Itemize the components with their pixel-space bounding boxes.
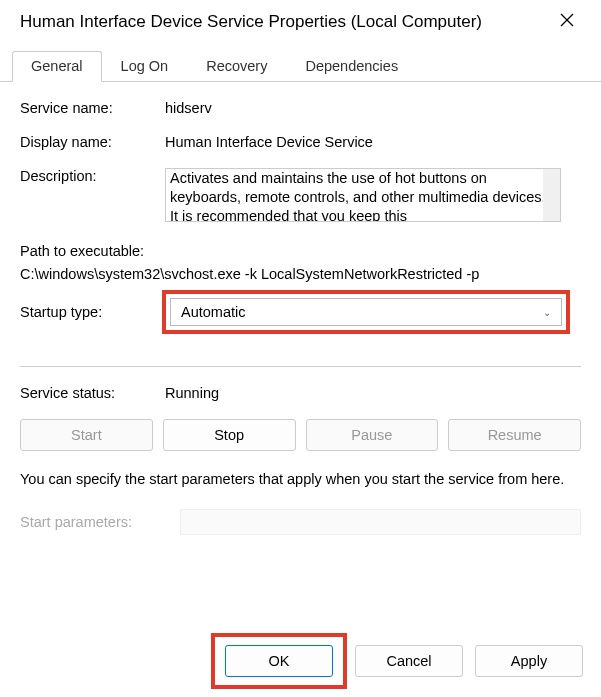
tab-dependencies[interactable]: Dependencies [286,51,417,82]
path-label: Path to executable: [20,240,581,263]
cancel-button[interactable]: Cancel [355,645,463,677]
description-label: Description: [20,168,165,222]
service-status-value: Running [165,385,581,401]
start-button: Start [20,419,153,451]
service-name-value: hidserv [165,100,581,116]
start-parameters-label: Start parameters: [20,514,180,530]
resume-button: Resume [448,419,581,451]
description-box: Activates and maintains the use of hot b… [165,168,561,222]
dialog-footer: OK Cancel Apply [215,637,583,685]
display-name-value: Human Interface Device Service [165,134,581,150]
close-button[interactable] [547,8,587,36]
tab-content: Service name: hidserv Display name: Huma… [0,82,601,535]
description-scrollbar[interactable] [543,169,560,221]
close-icon [560,12,574,32]
startup-type-label: Startup type: [20,304,165,320]
window-title: Human Interface Device Service Propertie… [20,12,482,32]
startup-type-dropdown[interactable]: Automatic ⌄ [170,298,562,326]
path-value: C:\windows\system32\svchost.exe -k Local… [20,263,581,286]
apply-button[interactable]: Apply [475,645,583,677]
tab-bar: General Log On Recovery Dependencies [0,50,601,82]
pause-button: Pause [306,419,439,451]
start-parameters-input [180,509,581,535]
tab-general[interactable]: General [12,51,102,82]
display-name-label: Display name: [20,134,165,150]
stop-button[interactable]: Stop [163,419,296,451]
tab-recovery[interactable]: Recovery [187,51,286,82]
startup-type-value: Automatic [181,304,245,320]
description-text: Activates and maintains the use of hot b… [170,170,546,222]
service-properties-dialog: Human Interface Device Service Propertie… [0,0,601,697]
service-name-label: Service name: [20,100,165,116]
service-status-label: Service status: [20,385,165,401]
service-control-buttons: Start Stop Pause Resume [20,419,581,451]
titlebar: Human Interface Device Service Propertie… [0,0,601,44]
divider [20,366,581,367]
chevron-down-icon: ⌄ [543,307,551,318]
tab-log-on[interactable]: Log On [102,51,188,82]
ok-button[interactable]: OK [225,645,333,677]
parameters-note: You can specify the start parameters tha… [20,469,581,491]
ok-highlight: OK [215,637,343,685]
